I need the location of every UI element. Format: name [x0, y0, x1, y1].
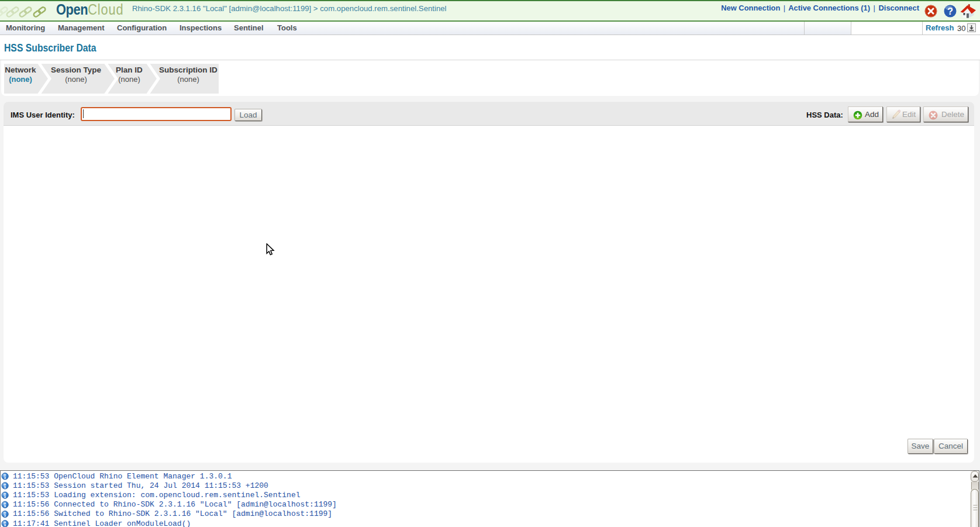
- svg-text:?: ?: [947, 6, 953, 16]
